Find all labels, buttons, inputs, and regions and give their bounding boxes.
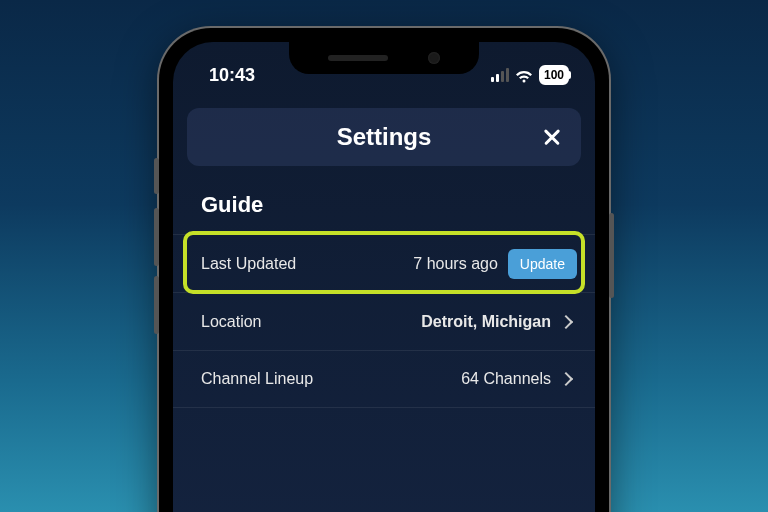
row-label: Last Updated <box>201 255 296 273</box>
volume-down-button <box>154 276 159 334</box>
page-header: Settings <box>187 108 581 166</box>
close-icon[interactable] <box>541 126 563 148</box>
chevron-right-icon <box>559 372 573 386</box>
update-button[interactable]: Update <box>508 249 577 279</box>
wifi-icon <box>515 68 533 82</box>
section-title-guide: Guide <box>173 166 595 234</box>
page-title: Settings <box>337 123 432 151</box>
row-last-updated: Last Updated 7 hours ago Update <box>173 234 595 292</box>
status-time: 10:43 <box>209 65 255 86</box>
notch <box>289 42 479 74</box>
row-label: Location <box>201 313 262 331</box>
volume-up-button <box>154 208 159 266</box>
row-value: 7 hours ago <box>413 255 498 273</box>
side-button <box>154 158 159 194</box>
speaker-grille <box>328 55 388 61</box>
cellular-signal-icon <box>491 68 509 82</box>
phone-frame: 10:43 100 Settings Guide Last Updated <box>159 28 609 512</box>
power-button <box>609 213 614 298</box>
row-value: 64 Channels <box>461 370 551 388</box>
chevron-right-icon <box>559 314 573 328</box>
row-value: Detroit, Michigan <box>421 313 551 331</box>
battery-level: 100 <box>544 68 564 82</box>
row-label: Channel Lineup <box>201 370 313 388</box>
row-location[interactable]: Location Detroit, Michigan <box>173 292 595 350</box>
front-camera <box>428 52 440 64</box>
screen: 10:43 100 Settings Guide Last Updated <box>173 42 595 512</box>
row-channel-lineup[interactable]: Channel Lineup 64 Channels <box>173 350 595 408</box>
battery-indicator: 100 <box>539 65 569 85</box>
